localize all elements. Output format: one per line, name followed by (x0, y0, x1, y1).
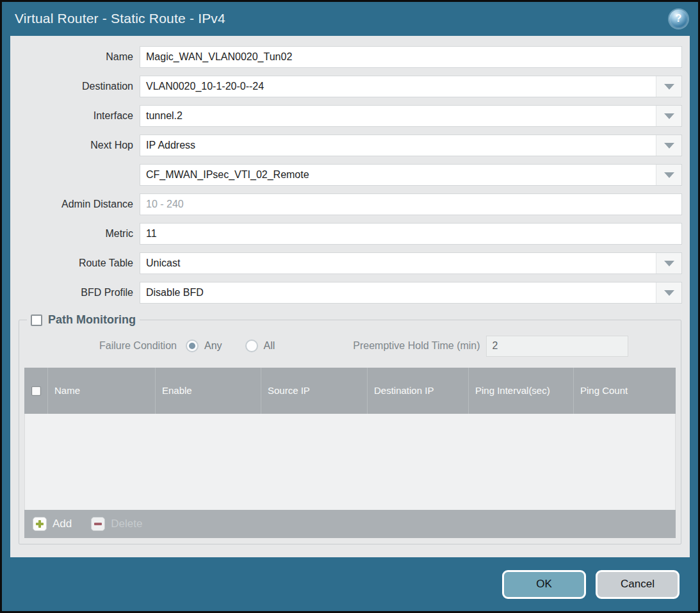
path-monitoring-title: Path Monitoring (48, 313, 136, 327)
failure-condition-any-radio[interactable] (186, 339, 199, 352)
failure-condition-row: Failure Condition Any All Preemptive Hol… (24, 334, 676, 357)
table-body-empty (24, 414, 676, 510)
route-table-dropdown[interactable]: Unicast (140, 252, 682, 274)
path-monitoring-checkbox[interactable] (31, 315, 42, 326)
table-toolbar: Add Delete (24, 510, 676, 538)
destination-dropdown-button[interactable] (656, 76, 681, 97)
destination-label: Destination (18, 81, 133, 92)
name-input-wrap (140, 46, 682, 68)
admin-distance-input-wrap (140, 193, 682, 215)
column-header-source-ip[interactable]: Source IP (261, 368, 368, 414)
path-monitoring-legend: Path Monitoring (27, 313, 140, 327)
metric-label: Metric (18, 228, 133, 240)
column-header-ping-interval[interactable]: Ping Interval(sec) (469, 368, 574, 414)
add-button[interactable]: Add (33, 517, 72, 531)
form-row-route-table: Route Table Unicast (18, 252, 682, 274)
name-label: Name (18, 51, 133, 63)
next-hop-address-dropdown-button[interactable] (656, 165, 681, 185)
form-row-metric: Metric (18, 223, 682, 245)
bfd-profile-dropdown[interactable]: Disable BFD (140, 282, 682, 304)
cancel-button[interactable]: Cancel (596, 570, 680, 599)
column-header-enable[interactable]: Enable (156, 368, 261, 414)
form-row-name: Name (18, 46, 682, 68)
route-table-value: Unicast (140, 253, 656, 274)
interface-label: Interface (18, 110, 133, 122)
chevron-down-icon (664, 113, 674, 119)
select-all-checkbox[interactable] (31, 386, 41, 396)
table-header: Name Enable Source IP Destination IP Pin… (24, 368, 676, 414)
path-monitoring-section: Path Monitoring Failure Condition Any Al… (19, 313, 681, 544)
next-hop-address-dropdown[interactable]: CF_MWAN_IPsec_VTI_02_Remote (140, 164, 682, 186)
form-row-admin-distance: Admin Distance (18, 193, 682, 215)
admin-distance-input[interactable] (140, 194, 681, 215)
delete-button-label: Delete (111, 518, 142, 530)
next-hop-type-value: IP Address (140, 135, 656, 156)
form-row-destination: Destination VLAN0020_10-1-20-0--24 (18, 76, 682, 97)
admin-distance-label: Admin Distance (18, 199, 133, 210)
interface-value: tunnel.2 (140, 106, 656, 126)
next-hop-address-value: CF_MWAN_IPsec_VTI_02_Remote (140, 165, 656, 185)
chevron-down-icon (664, 84, 674, 90)
column-header-name[interactable]: Name (48, 368, 156, 414)
destination-value: VLAN0020_10-1-20-0--24 (140, 76, 656, 97)
add-plus-icon (33, 517, 47, 531)
interface-dropdown[interactable]: tunnel.2 (140, 105, 682, 127)
route-table-dropdown-button[interactable] (656, 253, 681, 274)
table-header-checkbox-cell (24, 368, 48, 414)
chevron-down-icon (664, 290, 674, 296)
name-input[interactable] (140, 47, 681, 67)
chevron-down-icon (664, 143, 674, 149)
help-icon[interactable]: ? (669, 10, 688, 28)
preemptive-hold-time-label: Preemptive Hold Time (min) (353, 340, 480, 352)
form-row-next-hop-address: CF_MWAN_IPsec_VTI_02_Remote (18, 164, 682, 186)
failure-condition-all-radio[interactable] (245, 339, 258, 352)
form-row-bfd-profile: BFD Profile Disable BFD (18, 282, 682, 304)
failure-condition-any-label: Any (204, 340, 222, 352)
form-row-interface: Interface tunnel.2 (18, 105, 682, 127)
metric-input[interactable] (140, 224, 681, 244)
next-hop-type-dropdown[interactable]: IP Address (140, 135, 682, 156)
failure-condition-label: Failure Condition (99, 340, 177, 352)
ok-button[interactable]: OK (502, 570, 586, 599)
failure-condition-all-label: All (264, 340, 275, 352)
dialog-footer: OK Cancel (2, 557, 698, 611)
chevron-down-icon (664, 172, 674, 178)
delete-minus-icon (91, 517, 105, 531)
column-header-destination-ip[interactable]: Destination IP (368, 368, 469, 414)
column-header-ping-count[interactable]: Ping Count (574, 368, 676, 414)
bfd-profile-value: Disable BFD (140, 282, 656, 303)
dialog-title: Virtual Router - Static Route - IPv4 (15, 11, 225, 26)
next-hop-type-dropdown-button[interactable] (656, 135, 681, 156)
chevron-down-icon (664, 261, 674, 266)
next-hop-label: Next Hop (18, 140, 133, 151)
preemptive-hold-time-input[interactable] (486, 336, 628, 357)
form-row-next-hop: Next Hop IP Address (18, 135, 682, 156)
interface-dropdown-button[interactable] (656, 106, 681, 126)
route-table-label: Route Table (18, 257, 133, 269)
path-monitoring-table: Name Enable Source IP Destination IP Pin… (24, 368, 676, 538)
bfd-profile-label: BFD Profile (18, 287, 133, 298)
dialog-title-bar: Virtual Router - Static Route - IPv4 ? (2, 2, 698, 35)
add-button-label: Add (53, 518, 72, 530)
static-route-dialog: Virtual Router - Static Route - IPv4 ? N… (0, 0, 700, 613)
metric-input-wrap (140, 223, 682, 245)
delete-button[interactable]: Delete (91, 517, 142, 531)
bfd-profile-dropdown-button[interactable] (656, 282, 681, 303)
dialog-content: Name Destination VLAN0020_10-1-20-0--24 … (10, 36, 690, 557)
destination-dropdown[interactable]: VLAN0020_10-1-20-0--24 (140, 76, 682, 97)
